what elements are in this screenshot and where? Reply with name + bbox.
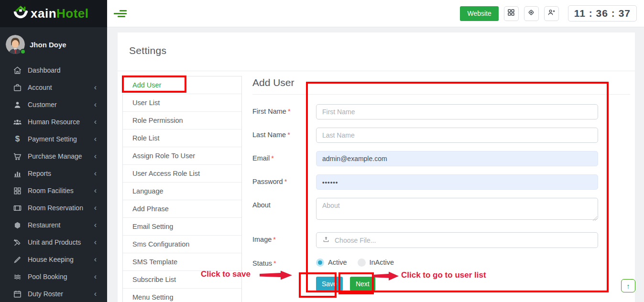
about-textarea[interactable] [316,198,598,220]
grid-icon [13,186,22,195]
sidebar-item-customer[interactable]: Customer ‹ [0,96,107,113]
file-placeholder: Choose File... [335,237,376,244]
screen-icon [13,204,22,213]
password-row: Password* [252,174,630,190]
sidebar-item-human-resource[interactable]: Human Resource ‹ [0,113,107,130]
sidebar-item-duty-roster[interactable]: Duty Roster ‹ [0,285,107,302]
status-label: Status* [252,256,316,267]
sidebar-nav: Dashboard Account ‹ Customer ‹ Human Res… [0,61,107,302]
sidebar-item-pool-booking[interactable]: Pool Booking ‹ [0,268,107,285]
sidebar-item-purchase-manage[interactable]: Purchase Manage ‹ [0,148,107,165]
status-active-label: Active [328,259,347,266]
tab-email-setting[interactable]: Email Setting [123,218,241,236]
chevron-left-icon: ‹ [94,221,97,229]
profile-name: Jhon Doye [30,41,66,49]
tab-user-list[interactable]: User List [123,94,241,112]
tab-menu-setting[interactable]: Menu Setting [123,289,241,302]
diamond-cross-icon [527,8,535,19]
people-icon [13,118,22,127]
home-icon [13,66,22,75]
annotation-click-to-save: Click to save [201,270,251,279]
sidebar-item-room-reservation[interactable]: Room Reservation ‹ [0,199,107,216]
tab-sms-configuration[interactable]: Sms Configuration [123,236,241,253]
last-name-label: Last Name* [252,128,316,143]
waves-icon [13,272,22,281]
about-row: About [252,198,630,222]
scroll-to-top-button[interactable]: ↑ [621,279,635,292]
email-label: Email* [252,151,316,166]
chevron-left-icon: ‹ [94,101,97,108]
sidebar-item-room-facilities[interactable]: Room Facilities ‹ [0,182,107,199]
sidebar-item-restaurent[interactable]: Restaurent ‹ [0,216,107,234]
chevron-left-icon: ‹ [94,204,97,212]
about-label: About [252,198,316,222]
topbar: Website 11 : 36 : 37 [107,0,644,27]
annotation-click-to-user-list: Click to go to user list [401,270,486,280]
first-name-row: First Name* [252,104,630,119]
last-name-input[interactable] [316,128,598,143]
arrow-up-icon: ↑ [626,282,630,290]
upload-icon [322,236,330,245]
sidebar-item-unit-and-products[interactable]: Unit and Products ‹ [0,234,107,251]
user-profile[interactable]: Jhon Doye [0,27,107,61]
chevron-left-icon: ‹ [94,152,97,160]
first-name-label: First Name* [252,104,316,119]
required-asterisk: * [273,259,276,267]
next-button[interactable]: Next [350,277,375,291]
tab-language[interactable]: Language [123,183,241,200]
sidebar-item-dashboard[interactable]: Dashboard [0,62,107,79]
image-label: Image* [252,232,316,248]
status-row: Status* Active InActive [252,256,630,267]
app-logo[interactable]: xainHotel [0,0,107,27]
main-content: Settings Add User User List Role Permiss… [107,27,644,302]
tab-add-phrase[interactable]: Add Phrase [123,200,241,218]
navigation-button[interactable] [524,6,539,21]
website-button[interactable]: Website [460,6,498,21]
avatar [6,35,25,54]
hexagon-icon [13,221,22,230]
tab-assign-role-to-user[interactable]: Assign Role To User [123,147,241,165]
tab-add-user[interactable]: Add User [123,76,241,94]
chevron-left-icon: ‹ [94,256,97,263]
chevron-left-icon: ‹ [94,273,97,280]
required-asterisk: * [271,154,274,162]
sidebar-item-account[interactable]: Account ‹ [0,79,107,96]
sidebar-item-payment-setting[interactable]: $ Payment Setting ‹ [0,130,107,148]
card-header: Settings [118,32,635,71]
page-title: Settings [129,45,623,56]
last-name-row: Last Name* [252,128,630,143]
email-input[interactable] [316,151,598,166]
bar-chart-icon [13,169,22,178]
brush-icon [13,255,22,264]
status-radio-inactive[interactable] [358,259,366,267]
save-button[interactable]: Save [316,277,343,291]
menu-toggle-icon[interactable] [114,10,127,17]
settings-card: Settings Add User User List Role Permiss… [118,32,635,302]
password-label: Password* [252,174,316,190]
person-icon [13,100,22,109]
dashboard-grid-button[interactable] [504,6,519,21]
sidebar-item-reports[interactable]: Reports ‹ [0,165,107,182]
divider [252,94,630,95]
chevron-left-icon: ‹ [94,84,97,91]
tab-sms-template[interactable]: SMS Template [123,253,241,271]
cart-icon [13,152,22,161]
tab-role-permission[interactable]: Role Permission [123,112,241,129]
choose-file-input[interactable]: Choose File... [316,232,598,248]
sidebar-item-house-keeping[interactable]: House Keeping ‹ [0,251,107,268]
chevron-left-icon: ‹ [94,238,97,246]
settings-tab-list: Add User User List Role Permission Role … [122,76,242,302]
password-input[interactable] [316,174,598,190]
tab-user-access-role-list[interactable]: User Access Role List [123,165,241,183]
chevron-left-icon: ‹ [94,290,97,298]
chevron-left-icon: ‹ [94,135,97,143]
email-row: Email* [252,151,630,166]
status-inactive-label: InActive [370,259,394,266]
first-name-input[interactable] [316,104,598,119]
add-user-button[interactable] [544,6,559,21]
hotel-logo-icon [11,4,30,24]
sidebar: xainHotel Jhon Doye Dashboard Account ‹ [0,0,107,302]
tab-role-list[interactable]: Role List [123,129,241,147]
calendar-icon [13,290,22,299]
status-radio-active[interactable] [316,259,324,267]
